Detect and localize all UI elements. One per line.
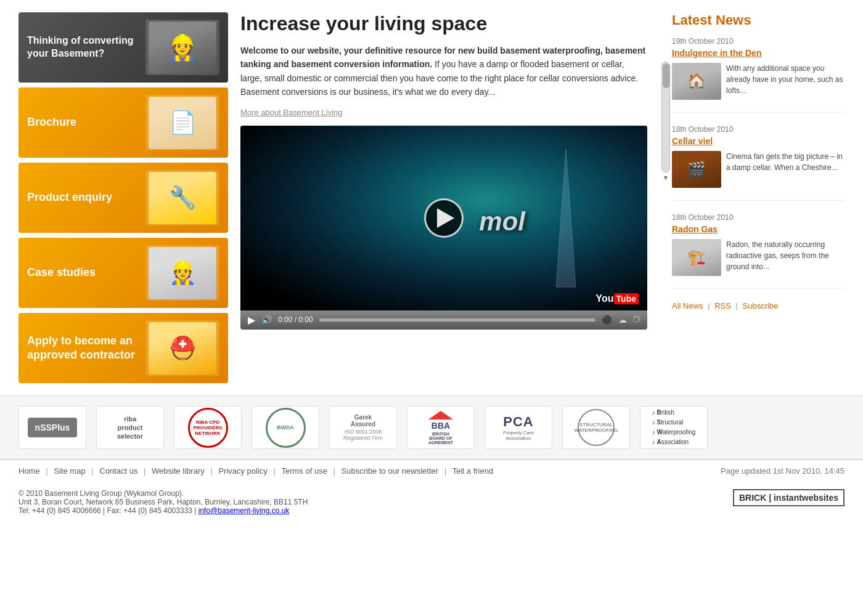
news-item-3: 18th October 2010 Radon Gas 🏗️ Radon, th… — [672, 213, 845, 289]
logo-row: nSSPlus ribaproductselector RIBA CPDPROV… — [0, 395, 863, 460]
riba-logo: ribaproductselector — [117, 415, 143, 441]
news-links: All News | RSS | Subscribe — [672, 301, 845, 310]
video-background: mol YouTube — [240, 126, 647, 310]
sidebar-item-case[interactable]: Case studies — [18, 238, 228, 308]
sidebar-item-case-label: Case studies — [27, 265, 96, 280]
news-item-1: 19th October 2010 Indulgence in the Den … — [672, 37, 845, 113]
news-body-3: 🏗️ Radon, the naturally occurring radioa… — [672, 239, 845, 276]
news-heading: Latest News — [672, 12, 845, 28]
sidebar-item-product-label: Product enquiry — [27, 190, 112, 205]
settings-button[interactable]: ⚫ — [602, 315, 612, 325]
worker-icon — [149, 22, 216, 74]
sidebar-item-basement-label: Thinking of converting your Basement? — [27, 34, 142, 60]
sidebar-item-brochure-image — [145, 95, 219, 150]
main-content: Increase your living space Welcome to ou… — [228, 12, 660, 383]
helmet-icon — [149, 322, 216, 375]
content-row: Thinking of converting your Basement? Br… — [0, 0, 863, 395]
footer-bottom: © 2010 Basement Living Group (Wykamol Gr… — [0, 482, 863, 522]
news-date-1: 19th October 2010 — [672, 37, 845, 46]
logo-bswa: ♪ British ♪ Structural ♪ Waterproofing ♪… — [640, 406, 708, 449]
news-body-2: 🎬 Cinema fan gets the big picture – in a… — [672, 151, 845, 188]
sidebar-item-brochure-label: Brochure — [27, 115, 76, 129]
scroll-thumb[interactable] — [663, 63, 670, 88]
page-updated: Page updated 1st Nov 2010, 14:45 — [721, 466, 845, 476]
brand-logo: BRICK | instantwebsites — [733, 489, 845, 506]
equipment-icon — [149, 172, 216, 224]
video-area: mol YouTube ▶ 🔊 0:00 / 0:00 ⚫ — [240, 126, 647, 330]
play-pause-button[interactable]: ▶ — [248, 314, 255, 326]
bba-logo: BBA BRITISHBOARD OFAGREMENT — [428, 411, 453, 445]
news-thumb-3: 🏗️ — [672, 239, 721, 276]
cloud-button[interactable]: ☁ — [618, 315, 627, 325]
footer-friend-link[interactable]: Tell a friend — [452, 466, 493, 476]
radon-thumbnail: 🏗️ — [672, 239, 721, 276]
sidebar-item-brochure[interactable]: Brochure — [18, 87, 228, 158]
footer-privacy-link[interactable]: Privacy policy — [218, 466, 267, 476]
footer-nav: Home | Site map | Contact us | Website l… — [0, 460, 863, 482]
scrollbar-column: ▼ — [660, 12, 672, 383]
loft-thumbnail: 🏠 — [672, 63, 721, 100]
progress-bar[interactable] — [319, 318, 595, 322]
page-wrapper: Thinking of converting your Basement? Br… — [0, 0, 863, 522]
footer-home-link[interactable]: Home — [18, 466, 40, 476]
sidebar: Thinking of converting your Basement? Br… — [18, 12, 228, 383]
footer-sitemap-link[interactable]: Site map — [54, 466, 85, 476]
volume-button[interactable]: 🔊 — [261, 315, 272, 325]
logo-iso: GarekAssured ISO 9001:2008Registered Fir… — [329, 406, 397, 449]
news-title-3[interactable]: Radon Gas — [672, 224, 845, 234]
cellar-thumbnail: 🎬 — [672, 151, 721, 188]
news-text-2: Cinema fan gets the big picture – in a d… — [726, 151, 845, 188]
scroll-down-arrow[interactable]: ▼ — [661, 172, 671, 183]
news-thumb-1: 🏠 — [672, 63, 721, 100]
footer-copyright: © 2010 Basement Living Group (Wykamol Gr… — [18, 489, 308, 498]
logo-nssplus: nSSPlus — [18, 406, 86, 449]
sidebar-item-basement[interactable]: Thinking of converting your Basement? — [18, 12, 228, 83]
news-date-3: 18th October 2010 — [672, 213, 845, 222]
pca-logo: PCA Property CareAssociation — [503, 414, 534, 441]
play-button[interactable] — [424, 198, 464, 238]
footer-newsletter-link[interactable]: Subscribe to our newsletter — [342, 466, 439, 476]
svg-marker-0 — [556, 149, 576, 287]
news-thumb-2: 🎬 — [672, 151, 721, 188]
footer-terms-link[interactable]: Terms of use — [281, 466, 327, 476]
nssplus-logo: nSSPlus — [28, 418, 78, 437]
video-frame: mol YouTube — [240, 126, 647, 310]
more-link[interactable]: More about Basement Living — [240, 108, 647, 117]
subscribe-link[interactable]: Subscribe — [743, 301, 779, 310]
news-column: Latest News 19th October 2010 Indulgence… — [672, 12, 845, 383]
logo-bba: BBA BRITISHBOARD OFAGREMENT — [407, 406, 475, 449]
time-display: 0:00 / 0:00 — [278, 315, 313, 324]
page-title: Increase your living space — [240, 12, 647, 35]
footer-email[interactable]: info@basement-living.co.uk — [198, 506, 290, 515]
footer-tel: Tel: +44 (0) 845 4006666 | Fax: +44 (0) … — [18, 506, 308, 515]
sidebar-item-product[interactable]: Product enquiry — [18, 163, 228, 233]
logo-structural: STRUCTURALWATERPROOFING — [562, 406, 630, 449]
casestudy-icon — [149, 247, 216, 299]
footer-library-link[interactable]: Website library — [152, 466, 205, 476]
structural-logo: STRUCTURALWATERPROOFING — [578, 409, 615, 446]
news-body-1: 🏠 With any additional space you already … — [672, 63, 845, 100]
footer-address: Unit 3, Boran Court, Network 65 Business… — [18, 498, 308, 506]
news-title-2[interactable]: Cellar viel — [672, 136, 845, 146]
news-date-2: 18th October 2010 — [672, 125, 845, 134]
brochure-icon — [149, 97, 216, 149]
news-text-3: Radon, the naturally occurring radioacti… — [726, 239, 845, 276]
news-item-2: 18th October 2010 Cellar viel 🎬 Cinema f… — [672, 125, 845, 201]
sidebar-item-product-image — [145, 170, 219, 225]
sidebar-item-contractor[interactable]: Apply to become an approved contractor — [18, 313, 228, 383]
bwda-logo: BWDA — [266, 408, 306, 448]
play-triangle-icon — [437, 208, 454, 228]
iso-logo: GarekAssured ISO 9001:2008Registered Fir… — [343, 414, 383, 441]
bswa-logo: ♪ British ♪ Structural ♪ Waterproofing ♪… — [652, 408, 696, 447]
fullscreen-button[interactable]: ❐ — [633, 315, 640, 324]
footer-legal: © 2010 Basement Living Group (Wykamol Gr… — [18, 489, 308, 515]
footer-contact-link[interactable]: Contact us — [99, 466, 137, 476]
news-title-1[interactable]: Indulgence in the Den — [672, 48, 845, 58]
all-news-link[interactable]: All News — [672, 301, 703, 310]
video-controls: ▶ 🔊 0:00 / 0:00 ⚫ ☁ ❐ — [240, 310, 647, 330]
rss-link[interactable]: RSS — [714, 301, 731, 310]
sidebar-item-contractor-label: Apply to become an approved contractor — [27, 334, 142, 363]
news-text-1: With any additional space you already ha… — [726, 63, 845, 100]
scroll-track[interactable] — [661, 62, 670, 172]
mol-text: mol — [479, 207, 525, 237]
